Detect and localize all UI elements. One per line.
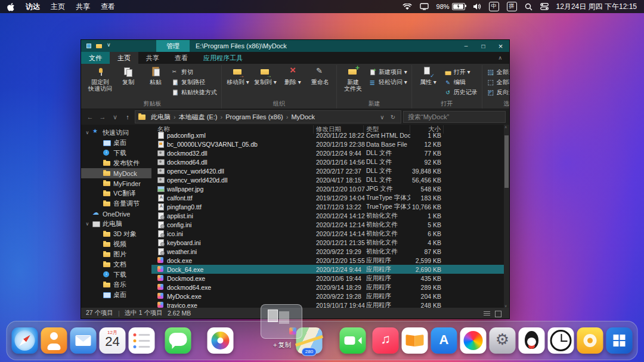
- breadcrumb-segment-2[interactable]: Program Files (x86): [223, 113, 286, 120]
- address-field[interactable]: 此电脑›本地磁盘 (E:)›Program Files (x86)›MyDock…: [135, 110, 401, 123]
- sidebar-item-desktop-pinned[interactable]: 桌面: [81, 138, 151, 148]
- file-row[interactable]: Dockmod.exe2020/10/6 19:44应用程序435 KB: [151, 274, 504, 283]
- sidebar-item-downloads[interactable]: 下载: [81, 270, 151, 280]
- recent-locations-icon[interactable]: ∨: [110, 113, 120, 121]
- menubar-menu-app[interactable]: 访达: [26, 2, 40, 12]
- move-to-button[interactable]: 移动到 ▾: [225, 65, 251, 85]
- dock-icon-music[interactable]: [373, 327, 399, 354]
- file-row[interactable]: keyboard.ini2020/12/21 21:35初始化文件4 KB: [151, 238, 504, 247]
- menubar-menu-2[interactable]: 共享: [76, 2, 90, 12]
- new-folder-button[interactable]: 新建文件夹: [340, 65, 366, 92]
- dock-icon-orange-app[interactable]: [41, 327, 67, 354]
- dock-icon-messages[interactable]: [165, 327, 191, 354]
- sidebar-item-volume-adjust[interactable]: 音量调节: [81, 199, 151, 209]
- dock-icon-calendar[interactable]: 12月24: [100, 327, 126, 354]
- forward-icon[interactable]: →: [97, 113, 108, 120]
- sidebar-item-music[interactable]: 音乐: [81, 280, 151, 290]
- paste-button[interactable]: 粘贴: [143, 65, 169, 85]
- dock-icon-colorful-sphere[interactable]: [460, 327, 487, 354]
- back-icon[interactable]: ←: [85, 113, 95, 120]
- refresh-icon[interactable]: ↻: [388, 114, 398, 120]
- dock-icon-books[interactable]: [402, 327, 428, 354]
- select-none-button[interactable]: 全部取消选择: [485, 78, 509, 87]
- sidebar-item-documents[interactable]: 文档: [81, 259, 151, 270]
- dock-icon-clock[interactable]: [548, 327, 574, 354]
- maximize-button[interactable]: [475, 40, 492, 52]
- sidebar-item-this-pc[interactable]: ∨此电脑: [81, 219, 151, 229]
- ime-chinese-icon[interactable]: 中: [489, 2, 499, 11]
- sidebar-item-quick-access[interactable]: ∨快速访问: [81, 128, 151, 138]
- dock-icon-yellow-app[interactable]: [577, 327, 603, 354]
- sidebar-item-release-software[interactable]: 发布软件: [81, 158, 151, 168]
- search-icon[interactable]: [525, 3, 532, 11]
- file-row[interactable]: Dock_64.exe2020/12/24 9:44应用程序2,690 KB: [151, 265, 504, 274]
- dock-icon-facetime[interactable]: [340, 327, 366, 354]
- edit-button[interactable]: 编辑: [442, 78, 479, 87]
- history-button[interactable]: 历史记录: [442, 88, 479, 97]
- ribbon-collapse-icon[interactable]: [491, 52, 509, 64]
- delete-button[interactable]: 删除 ▾: [280, 65, 306, 85]
- ribbon-tab-home[interactable]: 主页: [110, 52, 138, 64]
- sidebar-item-onedrive[interactable]: OneDrive: [81, 209, 151, 219]
- address-dropdown-icon[interactable]: ∨: [377, 114, 387, 120]
- file-row[interactable]: dock.exe2020/12/20 15:55应用程序2,599 KB: [151, 256, 504, 265]
- dock-icon-settings[interactable]: [490, 327, 516, 354]
- file-row[interactable]: MyDock.exe2020/9/22 19:28应用程序204 KB: [151, 292, 504, 301]
- menubar-datetime[interactable]: 12月24日 周四 下午12:15: [556, 2, 637, 12]
- file-row[interactable]: dockmod64.exe2020/9/14 18:29应用程序289 KB: [151, 283, 504, 292]
- apple-menu-icon[interactable]: [7, 2, 15, 11]
- new-item-button[interactable]: 新建项目 ▾: [367, 67, 408, 77]
- scrollbar-thumb[interactable]: [504, 135, 509, 188]
- file-row[interactable]: ico.ini2020/12/24 14:14初始化文件6 KB: [151, 229, 504, 238]
- control-center-icon[interactable]: [540, 3, 549, 10]
- wifi-icon[interactable]: [402, 4, 412, 10]
- easy-access-button[interactable]: 轻松访问 ▾: [367, 78, 408, 87]
- file-row[interactable]: dockmod32.dll2020/12/24 9:44DLL 文件77 KB: [151, 148, 504, 157]
- file-row[interactable]: trayico.exe2019/10/17 19:44应用程序248 KB: [151, 301, 504, 308]
- file-row[interactable]: bc_00000LVSQV3ARNLT_05.db2020/12/19 22:3…: [151, 140, 504, 148]
- up-icon[interactable]: ↑: [122, 113, 133, 120]
- qat-properties-icon[interactable]: [86, 43, 92, 49]
- contextual-tab-manage[interactable]: 管理: [156, 40, 190, 52]
- menubar-menu-1[interactable]: 主页: [51, 2, 65, 12]
- file-row[interactable]: opencv_world420d.dll2020/4/17 18:15DLL 文…: [151, 175, 504, 184]
- search-box[interactable]: 搜索“MyDock”: [403, 111, 506, 123]
- file-row[interactable]: opencv_world420.dll2020/2/17 22:37DLL 文件…: [151, 166, 504, 175]
- qat-new-folder-icon[interactable]: [96, 43, 102, 49]
- select-all-button[interactable]: 全部选择: [485, 67, 509, 77]
- sidebar-item-vc-translate[interactable]: VC翻译: [81, 188, 151, 199]
- dock-icon-windows[interactable]: [606, 327, 633, 354]
- battery-indicator[interactable]: 98%: [436, 3, 465, 10]
- dock-icon-mail[interactable]: [70, 327, 97, 354]
- properties-button[interactable]: 属性 ▾: [415, 65, 441, 85]
- sidebar-item-myfinder[interactable]: MyFinder: [81, 178, 151, 188]
- minimize-button[interactable]: [457, 40, 475, 52]
- titlebar[interactable]: 管理 E:\Program Files (x86)\MyDock: [81, 40, 509, 52]
- breadcrumb-segment-1[interactable]: 本地磁盘 (E:): [177, 113, 220, 122]
- qat-customize-icon[interactable]: [106, 43, 112, 49]
- thumbnail-view-icon[interactable]: [494, 310, 502, 317]
- chevron-down-icon[interactable]: ∨: [85, 130, 90, 135]
- ribbon-tab-view[interactable]: 查看: [167, 52, 196, 64]
- details-view-icon[interactable]: [483, 310, 491, 317]
- open-button[interactable]: 打开 ▾: [442, 67, 479, 77]
- pin-quick-access-button[interactable]: 固定到快速访问: [86, 65, 114, 92]
- file-row[interactable]: pingfang0.ttf2017/12/3 13:22TrueType 字体文…: [151, 202, 504, 211]
- sidebar-item-mydock[interactable]: MyDock: [81, 168, 151, 178]
- cut-button[interactable]: 剪切: [170, 67, 218, 77]
- display-icon[interactable]: [420, 3, 429, 10]
- ribbon-tab-share[interactable]: 共享: [138, 52, 167, 64]
- sidebar-item-downloads-pinned[interactable]: 下载: [81, 148, 151, 158]
- dock-icon-safari[interactable]: [12, 327, 38, 354]
- file-row[interactable]: applist.ini2020/12/24 14:12初始化文件1 KB: [151, 211, 504, 220]
- copy-to-button[interactable]: 复制到 ▾: [252, 65, 278, 85]
- ribbon-tab-app-tools[interactable]: 应用程序工具: [196, 52, 250, 64]
- sidebar-item-videos[interactable]: 视频: [81, 239, 151, 249]
- breadcrumb-segment-0[interactable]: 此电脑: [148, 113, 173, 122]
- ime-pinyin-icon[interactable]: 拼: [507, 2, 517, 11]
- chevron-down-icon[interactable]: ∨: [85, 221, 90, 227]
- file-row[interactable]: wallpaper.jpg2020/12/20 10:07JPG 文件548 K…: [151, 184, 504, 193]
- file-row[interactable]: calfont.ttf2019/12/29 14:04TrueType 字体文件…: [151, 193, 504, 202]
- dock-icon-qq[interactable]: [519, 327, 545, 354]
- paste-shortcut-button[interactable]: 粘贴快捷方式: [170, 88, 218, 97]
